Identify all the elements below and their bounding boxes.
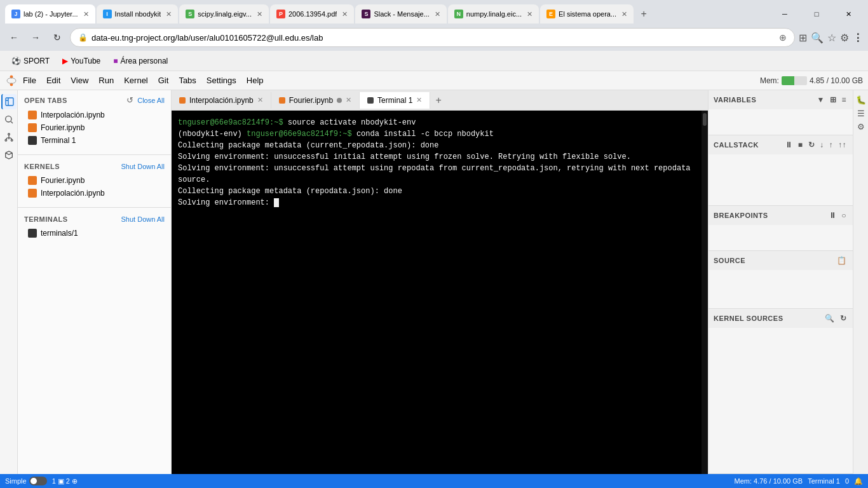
- address-input[interactable]: [92, 33, 775, 43]
- callstack-continue-icon[interactable]: ↻: [807, 139, 817, 151]
- variables-dropdown-icon[interactable]: ▼: [816, 94, 826, 105]
- close-button[interactable]: ✕: [834, 4, 863, 24]
- terminals-title: TERMINALS: [24, 215, 68, 223]
- camera-icon[interactable]: ⊕: [779, 32, 787, 43]
- menu-file[interactable]: File: [18, 73, 41, 88]
- sidebar-icon-search[interactable]: [1, 112, 17, 127]
- favorites-icon[interactable]: ☆: [827, 32, 836, 44]
- browser-tab-4[interactable]: P 2006.13954.pdf ✕: [270, 4, 354, 24]
- browser-tab-6[interactable]: N numpy.linalg.eic... ✕: [448, 4, 539, 24]
- kernels-shut-down-all[interactable]: Shut Down All: [121, 163, 165, 170]
- browser-tab-7[interactable]: E El sistema opera... ✕: [540, 4, 634, 24]
- menu-git[interactable]: Git: [153, 73, 174, 88]
- nb-tab-close-interp[interactable]: ✕: [257, 96, 263, 104]
- kernels-section: KERNELS Shut Down All Fourier.ipynb Inte…: [18, 158, 171, 205]
- open-tab-interpolacion[interactable]: Interpolación.ipynb: [24, 109, 165, 121]
- menu-run[interactable]: Run: [93, 73, 119, 88]
- back-button[interactable]: ←: [5, 29, 23, 46]
- menu-tabs[interactable]: Tabs: [173, 73, 201, 88]
- nb-tab-fourier[interactable]: Fourier.ipynb ✕: [271, 92, 360, 109]
- bookmark-youtube[interactable]: ▶ YouTube: [57, 54, 105, 68]
- tab-close-6[interactable]: ✕: [527, 10, 532, 18]
- browser-tab-3[interactable]: S scipy.linalg.eigv... ✕: [179, 4, 269, 24]
- kernel-sources-search-icon[interactable]: 🔍: [824, 313, 836, 324]
- tab-close-7[interactable]: ✕: [621, 10, 627, 18]
- tab-close-4[interactable]: ✕: [342, 10, 348, 18]
- zoom-icon[interactable]: 🔍: [811, 32, 824, 44]
- menu-edit[interactable]: Edit: [41, 73, 65, 88]
- terminal-output-4: Solving environment: unsuccessful initia…: [178, 152, 631, 161]
- bookmark-area-personal-label: Área personal: [121, 57, 168, 65]
- tab-close-2[interactable]: ✕: [166, 10, 172, 18]
- callstack-stepout-icon[interactable]: ↑↑: [837, 139, 848, 151]
- terminal-scrollbar[interactable]: [702, 111, 708, 474]
- menu-settings[interactable]: Settings: [201, 73, 241, 88]
- terminal-status-label: Terminal 1: [808, 477, 840, 485]
- open-tab-terminal[interactable]: Terminal 1: [24, 134, 165, 147]
- terminals-shut-down-all[interactable]: Shut Down All: [121, 215, 165, 223]
- menu-icon[interactable]: ⋮: [853, 32, 863, 44]
- source-copy-icon[interactable]: 📋: [836, 255, 848, 266]
- settings-icon[interactable]: ⚙: [840, 32, 849, 44]
- variables-menu-icon[interactable]: ≡: [840, 94, 848, 105]
- breakpoints-icons: ⏸ ○: [827, 210, 848, 221]
- address-bar[interactable]: 🔒 ⊕: [70, 28, 795, 47]
- menu-kernel[interactable]: Kernel: [119, 73, 153, 88]
- properties-icon[interactable]: ☰: [857, 109, 865, 118]
- bookmark-area-personal[interactable]: ■ Área personal: [108, 54, 173, 68]
- breakpoints-clear-icon[interactable]: ○: [840, 210, 848, 221]
- browser-tab-5[interactable]: S Slack - Mensaje... ✕: [355, 4, 446, 24]
- cell-count-item[interactable]: 1 ▣ 2 ⊕: [52, 477, 78, 485]
- settings-right-icon[interactable]: ⚙: [857, 122, 865, 132]
- notification-bell-icon[interactable]: 🔔: [854, 477, 863, 485]
- debug-icon[interactable]: 🐛: [856, 95, 866, 105]
- callstack-stop-icon[interactable]: ■: [797, 139, 804, 151]
- terminal-area[interactable]: tnguser@66e9ac8214f9:~$ source activate …: [172, 111, 702, 474]
- callstack-section: CALLSTACK ⏸ ■ ↻ ↓ ↑ ↑↑: [709, 135, 853, 206]
- sidebar-icon-files[interactable]: [1, 94, 17, 109]
- open-tab-fourier[interactable]: Fourier.ipynb: [24, 121, 165, 134]
- tab-close-1[interactable]: ✕: [83, 10, 89, 18]
- nb-tab-close-fourier[interactable]: ✕: [346, 96, 351, 104]
- menu-help[interactable]: Help: [241, 73, 269, 88]
- bookmark-sport[interactable]: ⚽ SPORT: [6, 54, 55, 68]
- new-tab-add-button[interactable]: +: [430, 92, 446, 109]
- open-tabs-refresh[interactable]: ↺: [126, 95, 133, 105]
- nb-tab-terminal1[interactable]: Terminal 1 ✕: [360, 92, 430, 109]
- callstack-stepinto-icon[interactable]: ↑: [828, 139, 835, 151]
- kernel-sources-refresh-icon[interactable]: ↻: [839, 313, 848, 324]
- sidebar-icon-extensions[interactable]: [1, 147, 17, 163]
- callstack-pause-icon[interactable]: ⏸: [783, 139, 794, 151]
- toggle-pill[interactable]: [29, 477, 47, 485]
- terminal-prompt-1: tnguser@66e9ac8214f9:~$: [178, 118, 283, 127]
- menu-view[interactable]: View: [65, 73, 93, 88]
- menu-bar: File Edit View Run Kernel Git Tabs Setti…: [0, 71, 868, 90]
- callstack-stepover-icon[interactable]: ↓: [818, 139, 825, 151]
- tab-close-5[interactable]: ✕: [435, 10, 440, 18]
- terminal-line-3: Collecting package metadata (current_rep…: [178, 140, 695, 151]
- variables-grid-icon[interactable]: ⊞: [829, 94, 838, 105]
- terminal-scroll-thumb[interactable]: [703, 113, 707, 126]
- open-tabs-close-all[interactable]: Close All: [137, 97, 165, 104]
- browser-tab-1[interactable]: J lab (2) - Jupyter... ✕: [5, 4, 95, 24]
- maximize-button[interactable]: □: [802, 4, 831, 24]
- forward-button[interactable]: →: [27, 29, 44, 46]
- nb-tab-interpolacion[interactable]: Interpolación.ipynb ✕: [172, 92, 271, 109]
- breakpoints-title: BREAKPOINTS: [714, 212, 768, 219]
- kernel-sources-header: KERNEL SOURCES 🔍 ↻: [709, 309, 853, 328]
- browser-tab-2[interactable]: I Install nbodykit ✕: [97, 4, 179, 24]
- terminal-output-6: Collecting package metadata (repodata.js…: [178, 187, 402, 196]
- breakpoints-pause-icon[interactable]: ⏸: [827, 210, 838, 221]
- kernel-interpolacion[interactable]: Interpolación.ipynb: [24, 187, 165, 200]
- new-tab-button[interactable]: +: [635, 5, 653, 23]
- tab-close-3[interactable]: ✕: [257, 10, 262, 18]
- nb-icon-interp: [179, 97, 186, 104]
- simple-mode-toggle[interactable]: Simple: [5, 477, 47, 485]
- kernel-fourier[interactable]: Fourier.ipynb: [24, 174, 165, 187]
- refresh-button[interactable]: ↻: [48, 29, 66, 46]
- nb-tab-close-terminal1[interactable]: ✕: [416, 96, 422, 104]
- sidebar-icon-git[interactable]: [1, 130, 17, 145]
- extensions-icon[interactable]: ⊞: [799, 32, 807, 44]
- terminal-item-1[interactable]: terminals/1: [24, 227, 165, 240]
- minimize-button[interactable]: ─: [770, 4, 799, 24]
